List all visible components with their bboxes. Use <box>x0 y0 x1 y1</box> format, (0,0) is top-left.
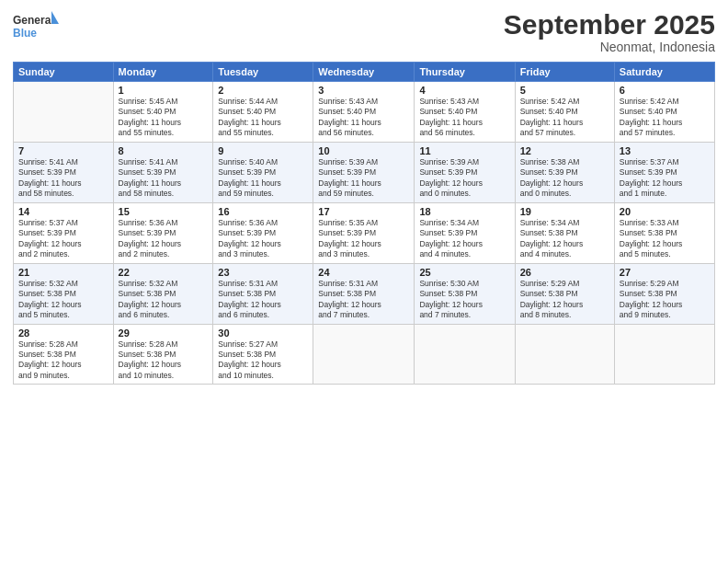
day-number: 17 <box>318 206 409 217</box>
day-number: 11 <box>419 145 509 156</box>
day-info: Sunrise: 5:39 AMSunset: 5:39 PMDaylight:… <box>318 157 409 200</box>
calendar-cell <box>614 324 714 385</box>
day-number: 1 <box>119 85 209 96</box>
day-number: 21 <box>18 267 108 278</box>
calendar-cell: 17Sunrise: 5:35 AMSunset: 5:39 PMDayligh… <box>313 202 415 263</box>
day-info: Sunrise: 5:31 AMSunset: 5:38 PMDaylight:… <box>218 279 308 321</box>
calendar-week-4: 21Sunrise: 5:32 AMSunset: 5:38 PMDayligh… <box>14 263 715 324</box>
header-tuesday: Tuesday <box>213 63 313 82</box>
day-info: Sunrise: 5:41 AMSunset: 5:39 PMDaylight:… <box>119 157 209 200</box>
day-info: Sunrise: 5:39 AMSunset: 5:39 PMDaylight:… <box>419 157 509 200</box>
header-friday: Friday <box>515 63 614 82</box>
day-number: 10 <box>318 145 409 156</box>
header-saturday: Saturday <box>614 63 714 82</box>
day-info: Sunrise: 5:34 AMSunset: 5:39 PMDaylight:… <box>419 218 509 260</box>
calendar-cell: 1Sunrise: 5:45 AMSunset: 5:40 PMDaylight… <box>113 82 213 143</box>
day-number: 6 <box>620 85 710 96</box>
calendar-cell <box>515 324 614 385</box>
day-number: 4 <box>419 85 509 96</box>
calendar-cell: 19Sunrise: 5:34 AMSunset: 5:38 PMDayligh… <box>515 202 614 263</box>
day-info: Sunrise: 5:29 AMSunset: 5:38 PMDaylight:… <box>520 279 609 321</box>
calendar-cell: 2Sunrise: 5:44 AMSunset: 5:40 PMDaylight… <box>213 82 313 143</box>
calendar-cell: 9Sunrise: 5:40 AMSunset: 5:39 PMDaylight… <box>213 142 313 202</box>
calendar-cell: 5Sunrise: 5:42 AMSunset: 5:40 PMDaylight… <box>515 82 614 143</box>
day-number: 25 <box>419 267 509 278</box>
calendar-cell: 14Sunrise: 5:37 AMSunset: 5:39 PMDayligh… <box>14 202 114 263</box>
calendar-cell: 27Sunrise: 5:29 AMSunset: 5:38 PMDayligh… <box>614 263 714 324</box>
calendar-cell: 12Sunrise: 5:38 AMSunset: 5:39 PMDayligh… <box>515 142 614 202</box>
calendar-cell: 21Sunrise: 5:32 AMSunset: 5:38 PMDayligh… <box>14 263 114 324</box>
day-info: Sunrise: 5:32 AMSunset: 5:38 PMDaylight:… <box>119 279 209 321</box>
calendar-cell: 20Sunrise: 5:33 AMSunset: 5:38 PMDayligh… <box>614 202 714 263</box>
day-number: 9 <box>218 145 308 156</box>
day-number: 24 <box>318 267 409 278</box>
day-number: 27 <box>620 267 710 278</box>
calendar-week-1: 1Sunrise: 5:45 AMSunset: 5:40 PMDaylight… <box>14 82 715 143</box>
day-number: 22 <box>119 267 209 278</box>
calendar-week-2: 7Sunrise: 5:41 AMSunset: 5:39 PMDaylight… <box>14 142 715 202</box>
page-subtitle: Neonmat, Indonesia <box>504 40 715 54</box>
day-info: Sunrise: 5:40 AMSunset: 5:39 PMDaylight:… <box>218 157 308 200</box>
day-number: 2 <box>218 85 308 96</box>
day-info: Sunrise: 5:28 AMSunset: 5:38 PMDaylight:… <box>119 339 209 382</box>
title-block: September 2025 Neonmat, Indonesia <box>504 9 715 54</box>
day-number: 18 <box>419 206 509 217</box>
calendar-cell <box>14 82 114 143</box>
day-info: Sunrise: 5:37 AMSunset: 5:39 PMDaylight:… <box>18 218 108 260</box>
calendar-cell: 26Sunrise: 5:29 AMSunset: 5:38 PMDayligh… <box>515 263 614 324</box>
day-info: Sunrise: 5:38 AMSunset: 5:39 PMDaylight:… <box>520 157 609 200</box>
day-info: Sunrise: 5:28 AMSunset: 5:38 PMDaylight:… <box>18 339 108 382</box>
header: General Blue September 2025 Neonmat, Ind… <box>13 9 715 54</box>
day-info: Sunrise: 5:29 AMSunset: 5:38 PMDaylight:… <box>620 279 710 321</box>
day-info: Sunrise: 5:37 AMSunset: 5:39 PMDaylight:… <box>620 157 710 200</box>
calendar-cell <box>313 324 415 385</box>
day-number: 23 <box>218 267 308 278</box>
calendar-cell: 22Sunrise: 5:32 AMSunset: 5:38 PMDayligh… <box>113 263 213 324</box>
calendar-week-5: 28Sunrise: 5:28 AMSunset: 5:38 PMDayligh… <box>14 324 715 385</box>
calendar-cell: 28Sunrise: 5:28 AMSunset: 5:38 PMDayligh… <box>14 324 114 385</box>
svg-text:Blue: Blue <box>13 27 37 40</box>
day-number: 26 <box>520 267 609 278</box>
calendar-cell: 13Sunrise: 5:37 AMSunset: 5:39 PMDayligh… <box>614 142 714 202</box>
day-info: Sunrise: 5:33 AMSunset: 5:38 PMDaylight:… <box>620 218 710 260</box>
header-sunday: Sunday <box>14 63 114 82</box>
page: General Blue September 2025 Neonmat, Ind… <box>0 0 728 563</box>
day-number: 5 <box>520 85 609 96</box>
calendar-cell: 3Sunrise: 5:43 AMSunset: 5:40 PMDaylight… <box>313 82 415 143</box>
logo-svg: General Blue <box>13 9 59 44</box>
calendar-cell: 24Sunrise: 5:31 AMSunset: 5:38 PMDayligh… <box>313 263 415 324</box>
day-info: Sunrise: 5:42 AMSunset: 5:40 PMDaylight:… <box>620 97 710 139</box>
day-number: 3 <box>318 85 409 96</box>
day-number: 30 <box>218 327 308 339</box>
day-info: Sunrise: 5:27 AMSunset: 5:38 PMDaylight:… <box>218 339 308 382</box>
calendar-header-row: SundayMondayTuesdayWednesdayThursdayFrid… <box>14 63 715 82</box>
day-info: Sunrise: 5:34 AMSunset: 5:38 PMDaylight:… <box>520 218 609 260</box>
day-info: Sunrise: 5:43 AMSunset: 5:40 PMDaylight:… <box>318 97 409 139</box>
day-info: Sunrise: 5:32 AMSunset: 5:38 PMDaylight:… <box>18 279 108 321</box>
calendar-cell: 23Sunrise: 5:31 AMSunset: 5:38 PMDayligh… <box>213 263 313 324</box>
day-info: Sunrise: 5:41 AMSunset: 5:39 PMDaylight:… <box>18 157 108 200</box>
day-number: 12 <box>520 145 609 156</box>
day-number: 13 <box>620 145 710 156</box>
calendar-cell: 8Sunrise: 5:41 AMSunset: 5:39 PMDaylight… <box>113 142 213 202</box>
calendar-cell: 4Sunrise: 5:43 AMSunset: 5:40 PMDaylight… <box>415 82 515 143</box>
calendar-table: SundayMondayTuesdayWednesdayThursdayFrid… <box>13 62 715 385</box>
day-info: Sunrise: 5:45 AMSunset: 5:40 PMDaylight:… <box>119 97 209 139</box>
page-title: September 2025 <box>504 9 715 40</box>
day-number: 15 <box>119 206 209 217</box>
day-info: Sunrise: 5:31 AMSunset: 5:38 PMDaylight:… <box>318 279 409 321</box>
calendar-cell: 30Sunrise: 5:27 AMSunset: 5:38 PMDayligh… <box>213 324 313 385</box>
day-number: 14 <box>18 206 108 217</box>
calendar-cell: 7Sunrise: 5:41 AMSunset: 5:39 PMDaylight… <box>14 142 114 202</box>
day-info: Sunrise: 5:30 AMSunset: 5:38 PMDaylight:… <box>419 279 509 321</box>
day-number: 20 <box>620 206 710 217</box>
header-thursday: Thursday <box>415 63 515 82</box>
day-info: Sunrise: 5:36 AMSunset: 5:39 PMDaylight:… <box>119 218 209 260</box>
calendar-cell: 10Sunrise: 5:39 AMSunset: 5:39 PMDayligh… <box>313 142 415 202</box>
day-number: 28 <box>18 327 108 339</box>
day-info: Sunrise: 5:44 AMSunset: 5:40 PMDaylight:… <box>218 97 308 139</box>
header-wednesday: Wednesday <box>313 63 415 82</box>
svg-text:General: General <box>13 14 54 27</box>
day-number: 7 <box>18 145 108 156</box>
day-number: 29 <box>119 327 209 339</box>
